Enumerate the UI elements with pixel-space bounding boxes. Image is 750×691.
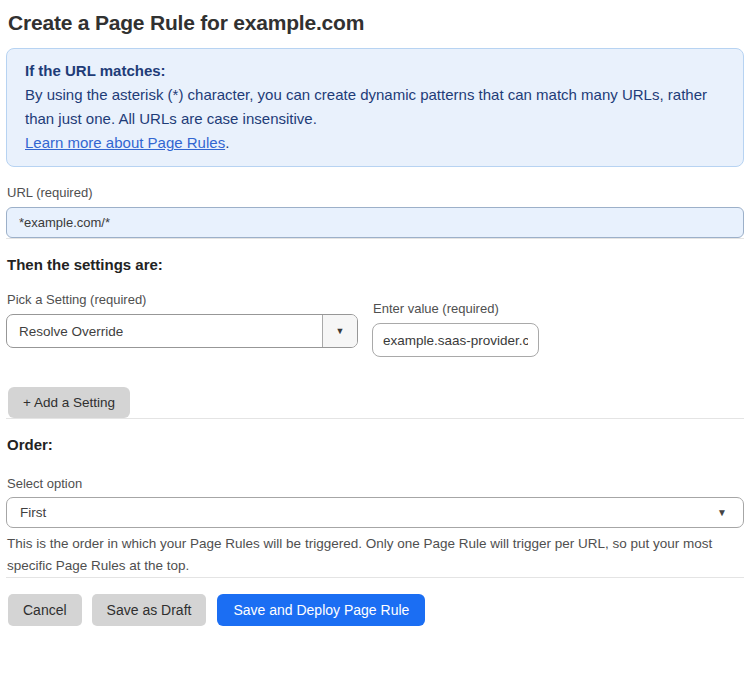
setting-select-arrow-button[interactable]: ▼ [322, 315, 357, 347]
create-page-rule-panel: Create a Page Rule for example.com If th… [0, 0, 750, 626]
pick-setting-label: Pick a Setting (required) [7, 292, 358, 307]
add-setting-button[interactable]: + Add a Setting [8, 387, 130, 418]
enter-value-column: Enter value (required) [372, 301, 539, 357]
section-divider [6, 418, 744, 419]
url-match-info-box: If the URL matches: By using the asteris… [6, 48, 744, 167]
pick-setting-column: Pick a Setting (required) Resolve Overri… [6, 292, 358, 357]
settings-section-heading: Then the settings are: [7, 256, 744, 274]
section-divider [6, 577, 744, 578]
order-select-value: First [7, 505, 717, 520]
setting-value-input[interactable] [372, 323, 539, 357]
page-title: Create a Page Rule for example.com [8, 11, 744, 35]
setting-select-value: Resolve Override [7, 324, 322, 339]
save-and-deploy-button[interactable]: Save and Deploy Page Rule [217, 594, 425, 626]
order-select[interactable]: First ▼ [6, 497, 744, 528]
learn-more-link[interactable]: Learn more about Page Rules [25, 134, 225, 151]
cancel-button[interactable]: Cancel [8, 594, 82, 626]
footer-actions: Cancel Save as Draft Save and Deploy Pag… [8, 594, 744, 626]
url-label: URL (required) [7, 185, 744, 200]
url-input[interactable] [6, 207, 744, 238]
order-help-text: This is the order in which your Page Rul… [7, 533, 744, 577]
info-box-heading: If the URL matches: [25, 59, 725, 83]
select-option-label: Select option [7, 476, 744, 491]
save-as-draft-button[interactable]: Save as Draft [92, 594, 207, 626]
section-divider [6, 238, 744, 239]
info-box-link-line: Learn more about Page Rules. [25, 131, 725, 155]
chevron-down-icon: ▼ [336, 327, 345, 336]
chevron-down-icon: ▼ [717, 508, 743, 518]
info-box-body: By using the asterisk (*) character, you… [25, 83, 725, 131]
enter-value-label: Enter value (required) [373, 301, 539, 316]
settings-row: Pick a Setting (required) Resolve Overri… [6, 292, 744, 357]
order-section-heading: Order: [7, 436, 744, 454]
link-suffix-text: . [225, 134, 229, 151]
setting-select[interactable]: Resolve Override ▼ [6, 314, 358, 348]
